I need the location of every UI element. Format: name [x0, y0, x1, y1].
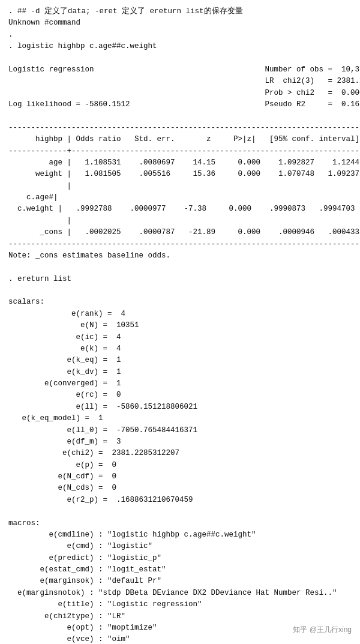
line-42: e(r2_p) = .1688631210670459 — [8, 496, 193, 504]
line-34: e(ll) = -5860.151218806021 — [8, 403, 197, 411]
line-30: e(k_eq) = 1 — [8, 356, 121, 364]
line-11: highbp | Odds ratio Std. err. z P>|z| [9… — [8, 135, 359, 143]
line-8: Log likelihood = -5860.1512 Pseudo R2 = … — [8, 100, 360, 109]
line-10: ----------------------------------------… — [8, 124, 359, 132]
line-32: e(converged) = 1 — [8, 379, 121, 388]
line-54: e(vce) : "oim" — [8, 635, 130, 643]
line-16: c.age#| — [8, 193, 58, 202]
line-23: . ereturn list — [8, 275, 71, 283]
line-7: Prob > chi2 = 0.0000 — [8, 89, 360, 97]
line-13: age | 1.108531 .0080697 14.15 0.000 1.09… — [8, 158, 360, 167]
line-50: e(marginsnotok) : "stdp DBeta DEviance D… — [8, 589, 337, 597]
line-12: -------------+--------------------------… — [8, 147, 359, 155]
line-51: e(title) : "Logistic regression" — [8, 600, 202, 609]
line-2: . — [8, 31, 13, 39]
terminal-output: . ## -d 定义了data; -eret 定义了 ereturn list的… — [8, 6, 352, 644]
line-3: . logistic highbp c.age##c.weight — [8, 42, 157, 50]
line-44: macros: — [8, 519, 40, 528]
line-14: weight | 1.081505 .005516 15.36 0.000 1.… — [8, 170, 360, 178]
line-29: e(k) = 4 — [8, 345, 121, 353]
line-17: c.weight | .9992788 .0000977 -7.38 0.000… — [8, 205, 355, 213]
line-40: e(N_cdf) = 0 — [8, 472, 116, 481]
line-39: e(p) = 0 — [8, 461, 116, 469]
line-1: Unknown #command — [8, 19, 80, 27]
line-26: e(rank) = 4 — [8, 310, 125, 318]
line-5: Logistic regression Number of obs = 10,3… — [8, 65, 360, 74]
line-15: | — [8, 182, 71, 190]
line-28: e(ic) = 4 — [8, 333, 121, 342]
line-52: e(chi2type) : "LR" — [8, 612, 125, 621]
line-21: Note: _cons estimates baseline odds. — [8, 251, 170, 260]
line-20: ----------------------------------------… — [8, 240, 359, 248]
line-35: e(k_eq_model) = 1 — [8, 414, 103, 423]
watermark: 知乎 @王几行xing — [293, 624, 352, 636]
line-48: e(estat_cmd) : "logit_estat" — [8, 565, 166, 574]
line-18: | — [8, 217, 71, 225]
line-19: _cons | .0002025 .0000787 -21.89 0.000 .… — [8, 228, 360, 236]
line-49: e(marginsok) : "default Pr" — [8, 577, 161, 585]
line-33: e(rc) = 0 — [8, 391, 121, 399]
line-36: e(ll_0) = -7050.765484416371 — [8, 426, 197, 435]
line-25: scalars: — [8, 298, 44, 306]
line-0: . ## -d 定义了data; -eret 定义了 ereturn list的… — [8, 7, 243, 16]
line-46: e(cmd) : "logistic" — [8, 542, 152, 550]
line-38: e(chi2) = 2381.2285312207 — [8, 449, 179, 457]
line-27: e(N) = 10351 — [8, 321, 139, 330]
line-45: e(cmdline) : "logistic highbp c.age##c.w… — [8, 531, 256, 539]
line-47: e(predict) : "logistic_p" — [8, 554, 161, 562]
line-6: LR chi2(3) = 2381.23 — [8, 77, 360, 85]
line-41: e(N_cds) = 0 — [8, 484, 116, 492]
line-37: e(df_m) = 3 — [8, 438, 121, 446]
line-53: e(opt) : "moptimize" — [8, 624, 157, 632]
line-31: e(k_dv) = 1 — [8, 368, 121, 376]
